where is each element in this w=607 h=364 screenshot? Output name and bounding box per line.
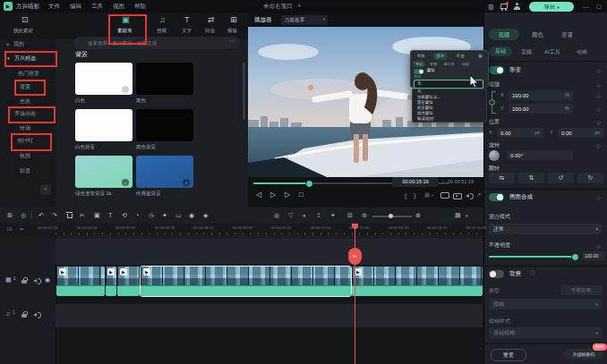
video-clip-selected[interactable] [141,267,351,296]
library-more-button[interactable]: ⋯ [229,38,235,44]
menu-file[interactable]: 文件 [48,4,60,10]
ai-tool-icon[interactable]: ✦ [330,212,336,218]
detach-button[interactable]: ↗ [476,192,481,199]
bg-type-select[interactable]: 模糊 ▾ [489,299,602,309]
player-mode-select[interactable]: 万能遮罩 ▾ [281,15,328,25]
keyframe-icon[interactable]: ◇ [596,106,601,112]
seek-handle[interactable] [305,180,313,188]
mask-option-circle[interactable]: 圆形蒙版 [417,101,433,106]
reset-button[interactable]: 重置 [491,349,526,361]
zoom-out-icon[interactable]: ⊖ [362,212,367,218]
effects-icon[interactable]: ✦ [162,212,167,218]
menu-help[interactable]: 帮助 [134,4,146,10]
keyframe-icon[interactable]: ◇ [596,67,601,73]
popup-subtab-ai[interactable]: AI工具 [444,63,455,66]
lock-track-icon[interactable] [21,277,28,284]
menu-view[interactable]: 视图 [113,4,124,10]
mask-option-none[interactable]: 无 [417,90,422,95]
sidebar-item-countdown[interactable]: 倒计时 [17,138,33,143]
background-toggle[interactable] [489,270,504,278]
rotate-field[interactable]: 0.00° [507,150,573,160]
pos-y-field[interactable]: 0.00 px [558,128,603,138]
blend-mode-select[interactable]: 正常 ▾ [489,224,602,234]
export-button[interactable]: 导出 ▾ [529,2,574,12]
shield-icon[interactable]: ▽ [288,212,293,218]
project-title[interactable]: 未命名项目 [263,4,293,10]
scale-y-field[interactable]: 100.00 % [509,104,573,114]
menu-tools[interactable]: 工具 [91,4,103,10]
ruler-link-icon[interactable]: ∞ [20,226,23,232]
bg-style-select[interactable]: 基础模糊 ▾ [489,327,602,338]
stop-button[interactable]: □ [299,191,304,199]
opacity-field[interactable]: 100.00 [582,251,605,260]
sidebar-item-background[interactable]: 背景 [20,84,30,89]
media-panel-icon[interactable]: ⊞ [7,212,13,218]
inspector-subtab-anim[interactable]: 动画 [577,49,587,55]
inspector-subtab-ai[interactable]: AI工具 [544,49,560,55]
mask-option-load[interactable]: 加载蒙版从... [417,96,440,100]
link-scale-icon[interactable] [489,91,497,113]
mute-icon[interactable] [466,192,473,199]
upload-icon[interactable]: ↥ [316,212,321,218]
delete-icon[interactable] [66,211,73,218]
cart-icon[interactable] [500,3,509,10]
inspector-subtab-basic[interactable]: 基础 [489,47,512,56]
eye-icon[interactable]: ◉ [45,276,50,283]
mask-option-linear[interactable]: 线性蒙版 [417,112,433,116]
menu-edit[interactable]: 编辑 [70,4,81,10]
minimize-button[interactable]: — [583,4,588,10]
tab-audio[interactable]: 音频 [157,29,167,34]
speed-icon[interactable]: ⟲ [122,212,127,218]
track-manage-icon[interactable]: ▤ [455,212,461,218]
sidebar-item-hot[interactable]: 热门推荐 [18,71,39,76]
zoom-in-icon[interactable]: ⊕ [415,212,421,218]
render-icon[interactable]: ◍ [274,212,279,218]
keyframe-icon[interactable]: ◇ [596,242,601,249]
split-icon[interactable]: ✂ [80,212,85,218]
step-forward-button[interactable]: ▷ [285,191,290,199]
mark-in-button[interactable]: ( [405,192,406,199]
popup-subtab-audio[interactable]: 音频 [430,63,437,66]
camera-icon[interactable]: ◉ [189,212,194,218]
keyframe-icon[interactable]: ◇ [596,194,601,200]
quality-button[interactable]: ▦ [424,192,430,199]
sidebar-item-egg[interactable]: 彩蛋 [20,168,30,174]
screen-icon[interactable]: ▭ [175,212,182,218]
player-tab[interactable]: 播放器 [254,17,272,23]
play-button[interactable]: ▷ [270,191,276,199]
ruler-media-icon[interactable]: ⊡ [7,226,12,232]
sidebar-collapse-button[interactable]: ‹ [40,184,51,195]
playhead-split-button[interactable]: ✂ [348,248,362,265]
tab-text[interactable]: 文字 [182,29,192,34]
layout-icon[interactable]: ▥ [488,4,494,10]
keyframe-icon[interactable]: ◇ [596,119,601,125]
keyframe-icon[interactable]: ◇ [596,92,601,98]
undo-icon[interactable]: ↶ [38,212,44,218]
remove-track-icon[interactable]: ⊟ [347,212,353,218]
user-icon[interactable] [514,3,521,10]
mask-option-rect[interactable]: 矩形蒙版 [417,106,433,111]
popup-subtab-basic[interactable]: 基础 [413,61,425,67]
popup-subtab-anim[interactable]: 动画 [462,63,469,66]
card-black-bg[interactable] [136,109,193,141]
text-tool-icon[interactable]: T [108,212,112,218]
tab-my-media[interactable]: 我的素材 [13,29,33,34]
color-drop-icon[interactable]: ● [303,213,306,218]
marker-icon[interactable]: ◈ [203,212,208,218]
pos-x-field[interactable]: 0.00 px [497,128,543,138]
inspector-subtab-audio[interactable]: 音频 [521,49,532,55]
rotate-cw-button[interactable]: ↻ [577,173,603,183]
card-white-bg[interactable] [75,109,133,141]
step-back-button[interactable]: ◁ [256,191,261,199]
fullscreen-icon[interactable] [440,192,449,199]
inspector-tab-video[interactable]: 视频 [489,29,519,40]
timeline-zoom-handle[interactable] [389,214,393,218]
transform-toggle[interactable] [489,66,504,74]
popup-tab-video[interactable]: 视频 [414,53,428,60]
sidebar-item-transition[interactable]: 转场 [20,125,30,131]
snap-icon[interactable]: ◎ [21,212,26,218]
mark-out-button[interactable]: ) [414,192,415,199]
sidebar-group-featured[interactable]: 万兴精选 [14,55,36,61]
library-scrollbar[interactable] [243,63,245,120]
inspector-tab-color[interactable]: 颜色 [532,32,543,38]
